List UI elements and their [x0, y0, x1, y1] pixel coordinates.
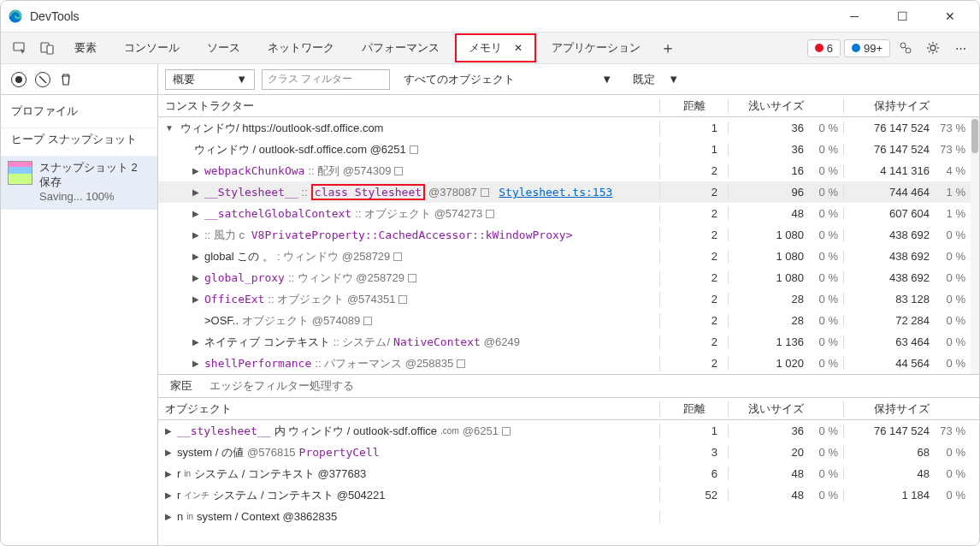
messages-badge[interactable]: 99+: [844, 39, 890, 57]
record-icon[interactable]: [11, 72, 27, 87]
tab-elements[interactable]: 要素: [62, 35, 109, 61]
more-icon[interactable]: ⋯: [948, 36, 972, 60]
inspect-icon[interactable]: [8, 36, 32, 60]
add-tab-icon[interactable]: ＋: [656, 36, 680, 60]
snapshot-item[interactable]: スナップショット 2 保存 Saving... 100%: [1, 156, 157, 210]
svg-rect-3: [47, 45, 53, 54]
settings-icon[interactable]: [921, 36, 945, 60]
minimize-button[interactable]: ─: [839, 9, 870, 23]
table-row[interactable]: ▶__satchelGlobalContext :: オブジェクト @57427…: [158, 203, 979, 224]
view-select[interactable]: 概要▼: [165, 69, 255, 90]
heap-snapshots-label: ヒープ スナップショット: [1, 128, 157, 156]
error-badge[interactable]: 6: [807, 39, 841, 57]
table-row[interactable]: ▶global この 。 : ウィンドウ @258729 21 0800 %43…: [158, 246, 979, 267]
svg-point-6: [930, 45, 936, 50]
snapshot-status: Saving... 100%: [39, 190, 151, 205]
device-icon[interactable]: [35, 36, 59, 60]
profile-label: プロファイル: [1, 95, 157, 128]
close-tab-icon[interactable]: ✕: [514, 42, 522, 54]
retainers-header: オブジェクト 距離 浅いサイズ 保持サイズ: [158, 398, 979, 420]
tab-memory[interactable]: メモリ✕: [455, 33, 536, 62]
table-row[interactable]: ウィンドウ / outlook-sdf.office.com @6251 136…: [158, 139, 979, 160]
table-row[interactable]: ▶webpackChunkOwa :: 配列 @574309 2160 %4 1…: [158, 160, 979, 181]
snapshot-title: スナップショット 2 保存: [39, 161, 151, 190]
table-row[interactable]: >OSF.. オブジェクト @574089 2280 %72 2840 %: [158, 310, 979, 331]
edge-icon: [8, 9, 23, 24]
default-select[interactable]: 既定▼: [626, 69, 686, 90]
delete-icon[interactable]: [59, 73, 73, 86]
table-row[interactable]: ▶r インチ システム / コンテキスト @50422152480 %1 184…: [158, 484, 979, 506]
table-row[interactable]: ▶ネイティブ コンテキスト :: システム/ NativeContext @62…: [158, 331, 979, 353]
table-row[interactable]: ▶__stylesheet__ 内 ウィンドウ / outlook-sdf.of…: [158, 420, 979, 442]
table-row[interactable]: ▶__Stylesheet__ :: class Stylesheet @378…: [158, 181, 979, 203]
issues-icon[interactable]: [894, 36, 918, 60]
retainers-label: 家臣: [170, 378, 192, 394]
table-row[interactable]: ▶OfficeExt :: オブジェクト @574351 2280 %83 12…: [158, 288, 979, 310]
svg-rect-1: [14, 43, 24, 50]
window-title: DevTools: [30, 9, 80, 23]
table-row[interactable]: ▶shellPerformance :: パフォーマンス @258835 21 …: [158, 353, 979, 374]
tab-performance[interactable]: パフォーマンス: [350, 35, 452, 61]
snapshot-thumb-icon: [8, 161, 32, 185]
table-row[interactable]: ▶n in system / Context @3862835: [158, 506, 979, 527]
tab-application[interactable]: アプリケーション: [540, 35, 652, 61]
clear-icon[interactable]: [35, 72, 50, 87]
table-row[interactable]: ▶r in システム / コンテキスト @3776836480 %480 %: [158, 463, 979, 484]
tab-network[interactable]: ネットワーク: [256, 35, 346, 61]
maximize-button[interactable]: ☐: [887, 9, 918, 23]
constructors-header: コンストラクター 距離 浅いサイズ 保持サイズ: [158, 95, 979, 117]
table-row[interactable]: ▶system / の値 @576815 PropertyCell3200 %6…: [158, 442, 979, 463]
tab-sources[interactable]: ソース: [195, 35, 252, 61]
edge-filter-input[interactable]: エッジをフィルター処理する: [210, 378, 354, 394]
close-button[interactable]: ✕: [935, 9, 965, 23]
table-row[interactable]: ▶ :: 風力 c V8PrivateProperty::CachedAcces…: [158, 224, 979, 246]
objects-select[interactable]: すべてのオブジェクト▼: [397, 69, 619, 90]
class-filter-input[interactable]: クラス フィルター: [262, 69, 390, 90]
tab-console[interactable]: コンソール: [112, 35, 192, 61]
table-row[interactable]: ▶global_proxy :: ウィンドウ @258729 21 0800 %…: [158, 267, 979, 288]
table-row[interactable]: ▼ウィンドウ/ https://outlook-sdf.office.com13…: [158, 117, 979, 139]
